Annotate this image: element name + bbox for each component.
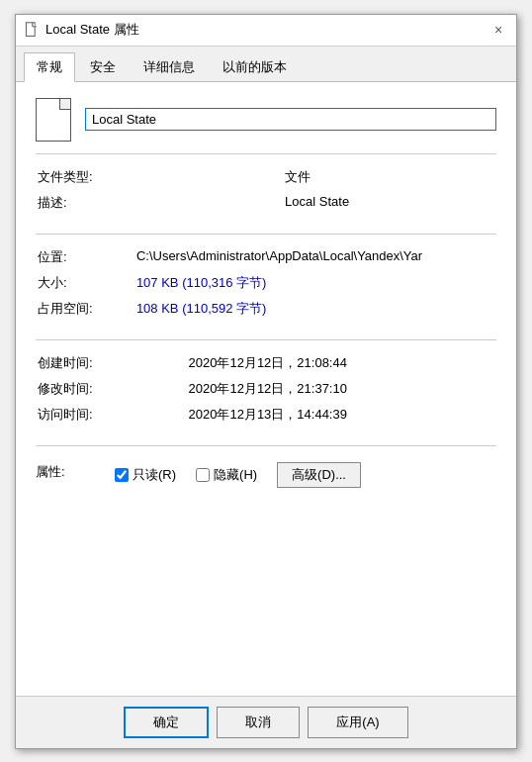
readonly-checkbox-label[interactable]: 只读(R): [115, 466, 176, 484]
apply-button[interactable]: 应用(A): [308, 707, 407, 738]
basic-info-table: 文件类型: 文件 描述: Local State: [36, 164, 496, 216]
title-bar-left: Local State 属性: [24, 21, 139, 39]
divider-2: [36, 234, 496, 235]
location-label: 位置:: [36, 244, 134, 270]
created-label: 创建时间:: [36, 350, 187, 376]
time-info-table: 创建时间: 2020年12月12日，21:08:44 修改时间: 2020年12…: [36, 350, 496, 428]
hidden-label: 隐藏(H): [214, 466, 257, 484]
table-row: 修改时间: 2020年12月12日，21:37:10: [36, 376, 496, 402]
filetype-label: 文件类型:: [36, 164, 283, 190]
attributes-controls: 只读(R) 隐藏(H) 高级(D)...: [115, 462, 361, 488]
tab-previous-versions[interactable]: 以前的版本: [210, 52, 300, 81]
dialog-window: Local State 属性 × 常规 安全 详细信息 以前的版本 文件类型: …: [15, 14, 517, 749]
description-value: Local State: [283, 190, 496, 216]
attributes-row: 属性: 只读(R) 隐藏(H) 高级(D)...: [36, 456, 496, 488]
table-row: 大小: 107 KB (110,316 字节): [36, 270, 496, 296]
table-row: 描述: Local State: [36, 190, 496, 216]
table-row: 创建时间: 2020年12月12日，21:08:44: [36, 350, 496, 376]
title-bar: Local State 属性 ×: [16, 15, 516, 47]
dialog-title: Local State 属性: [45, 21, 139, 39]
file-type-icon: [36, 98, 71, 142]
tab-content: 文件类型: 文件 描述: Local State 位置: C:\Users\Ad…: [16, 82, 516, 696]
file-name-input[interactable]: [85, 108, 496, 131]
size-label: 大小:: [36, 270, 134, 296]
size-value: 107 KB (110,316 字节): [134, 270, 496, 296]
hidden-checkbox-label[interactable]: 隐藏(H): [196, 466, 257, 484]
disk-size-label: 占用空间:: [36, 296, 134, 322]
dialog-footer: 确定 取消 应用(A): [16, 696, 516, 748]
ok-button[interactable]: 确定: [124, 707, 209, 738]
close-button[interactable]: ×: [488, 20, 508, 40]
tab-general[interactable]: 常规: [24, 52, 75, 82]
title-file-icon: [24, 22, 40, 38]
filetype-value: 文件: [283, 164, 496, 190]
table-row: 访问时间: 2020年12月13日，14:44:39: [36, 402, 496, 428]
modified-value: 2020年12月12日，21:37:10: [187, 376, 497, 402]
table-row: 文件类型: 文件: [36, 164, 496, 190]
modified-label: 修改时间:: [36, 376, 187, 402]
location-info-table: 位置: C:\Users\Administrator\AppData\Local…: [36, 244, 496, 322]
table-row: 占用空间: 108 KB (110,592 字节): [36, 296, 496, 322]
disk-size-value: 108 KB (110,592 字节): [134, 296, 496, 322]
readonly-label: 只读(R): [133, 466, 176, 484]
attributes-label: 属性:: [36, 463, 115, 481]
created-value: 2020年12月12日，21:08:44: [187, 350, 497, 376]
accessed-label: 访问时间:: [36, 402, 187, 428]
divider-3: [36, 339, 496, 340]
tab-security[interactable]: 安全: [77, 52, 129, 81]
divider-4: [36, 445, 496, 446]
hidden-checkbox[interactable]: [196, 468, 210, 482]
cancel-button[interactable]: 取消: [217, 707, 300, 738]
accessed-value: 2020年12月13日，14:44:39: [187, 402, 497, 428]
file-header: [36, 98, 496, 142]
description-label: 描述:: [36, 190, 283, 216]
readonly-checkbox[interactable]: [115, 468, 129, 482]
advanced-button[interactable]: 高级(D)...: [277, 462, 361, 488]
divider-1: [36, 153, 496, 154]
tab-bar: 常规 安全 详细信息 以前的版本: [16, 47, 516, 82]
table-row: 位置: C:\Users\Administrator\AppData\Local…: [36, 244, 496, 270]
location-value: C:\Users\Administrator\AppData\Local\Yan…: [134, 244, 496, 270]
tab-details[interactable]: 详细信息: [131, 52, 208, 81]
